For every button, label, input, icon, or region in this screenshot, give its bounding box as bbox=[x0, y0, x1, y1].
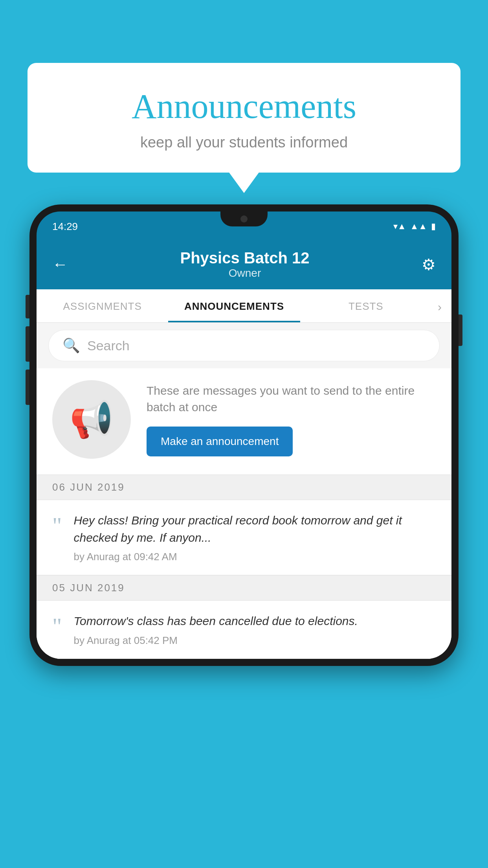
phone-screen: ← Physics Batch 12 Owner ⚙ ASSIGNMENTS A… bbox=[37, 241, 451, 659]
tabs-bar: ASSIGNMENTS ANNOUNCEMENTS TESTS › bbox=[37, 289, 451, 323]
speech-bubble: Announcements keep all your students inf… bbox=[28, 63, 460, 173]
tab-announcements[interactable]: ANNOUNCEMENTS bbox=[168, 289, 300, 322]
announcement-body-1: Hey class! Bring your practical record b… bbox=[74, 512, 436, 563]
search-bar[interactable]: 🔍 Search bbox=[48, 330, 440, 361]
header-center: Physics Batch 12 Owner bbox=[180, 249, 309, 280]
announcement-empty-state: 📢 These are messages you want to send to… bbox=[37, 368, 451, 474]
empty-state-description: These are messages you want to send to t… bbox=[147, 383, 436, 416]
notch bbox=[220, 211, 268, 226]
announcement-text-area: These are messages you want to send to t… bbox=[147, 383, 436, 456]
status-icons: ▾▲ ▲▲ ▮ bbox=[393, 221, 436, 232]
app-header: ← Physics Batch 12 Owner ⚙ bbox=[37, 241, 451, 289]
date-separator-2: 05 JUN 2019 bbox=[37, 575, 451, 601]
megaphone-icon: 📢 bbox=[70, 399, 114, 440]
bubble-subtitle: keep all your students informed bbox=[47, 134, 441, 151]
phone-mockup: 14:29 ▾▲ ▲▲ ▮ ← Physics Batch 12 Owner ⚙ bbox=[29, 204, 459, 666]
phone-body: 14:29 ▾▲ ▲▲ ▮ ← Physics Batch 12 Owner ⚙ bbox=[29, 204, 459, 666]
gear-icon[interactable]: ⚙ bbox=[422, 256, 436, 274]
camera bbox=[240, 215, 248, 223]
announcement-item-2[interactable]: " Tomorrow's class has been cancelled du… bbox=[37, 601, 451, 659]
back-button[interactable]: ← bbox=[52, 256, 68, 273]
search-icon: 🔍 bbox=[62, 337, 80, 354]
search-bar-wrapper: 🔍 Search bbox=[37, 323, 451, 368]
announcement-message-2: Tomorrow's class has been cancelled due … bbox=[74, 612, 436, 630]
announcement-meta-1: by Anurag at 09:42 AM bbox=[74, 551, 436, 563]
announcement-meta-2: by Anurag at 05:42 PM bbox=[74, 634, 436, 647]
announcement-body-2: Tomorrow's class has been cancelled due … bbox=[74, 612, 436, 647]
signal-icon: ▲▲ bbox=[410, 221, 427, 232]
header-title: Physics Batch 12 bbox=[180, 249, 309, 267]
silent-button bbox=[26, 295, 29, 318]
status-bar: 14:29 ▾▲ ▲▲ ▮ bbox=[37, 211, 451, 241]
megaphone-circle: 📢 bbox=[52, 380, 131, 459]
tab-more-icon[interactable]: › bbox=[432, 289, 451, 322]
search-placeholder: Search bbox=[87, 338, 130, 353]
announcement-item-1[interactable]: " Hey class! Bring your practical record… bbox=[37, 500, 451, 575]
date-separator-1: 06 JUN 2019 bbox=[37, 474, 451, 500]
make-announcement-button[interactable]: Make an announcement bbox=[147, 427, 293, 456]
speech-bubble-section: Announcements keep all your students inf… bbox=[28, 63, 460, 173]
volume-down-button bbox=[26, 370, 29, 405]
tab-tests[interactable]: TESTS bbox=[300, 289, 432, 322]
status-time: 14:29 bbox=[52, 221, 78, 233]
volume-up-button bbox=[26, 326, 29, 362]
quote-icon-2: " bbox=[52, 614, 62, 638]
header-subtitle: Owner bbox=[180, 267, 309, 280]
tab-assignments[interactable]: ASSIGNMENTS bbox=[37, 289, 168, 322]
power-button bbox=[459, 314, 462, 346]
battery-icon: ▮ bbox=[431, 221, 436, 232]
announcement-message-1: Hey class! Bring your practical record b… bbox=[74, 512, 436, 546]
bubble-title: Announcements bbox=[47, 86, 441, 126]
quote-icon-1: " bbox=[52, 514, 62, 537]
wifi-icon: ▾▲ bbox=[393, 221, 406, 232]
